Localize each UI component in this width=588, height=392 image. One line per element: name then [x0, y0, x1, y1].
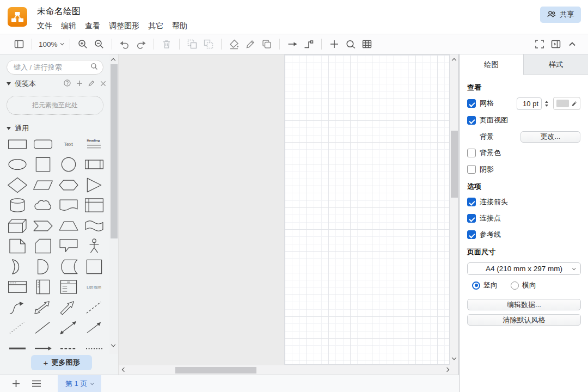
shape-internal-storage[interactable]: [81, 195, 107, 216]
change-background-button[interactable]: 更改...: [520, 131, 580, 143]
shape-process[interactable]: [81, 155, 107, 175]
shape-trapezoid[interactable]: [56, 216, 81, 236]
shape-note[interactable]: [4, 236, 30, 257]
menu-view[interactable]: 查看: [85, 21, 100, 31]
drawio-logo-icon[interactable]: [8, 7, 27, 27]
grid-size-stepper[interactable]: [543, 101, 550, 107]
shape-bidirectional-arrow[interactable]: [30, 297, 56, 318]
tab-style[interactable]: 样式: [524, 54, 588, 75]
shape-dotted-link[interactable]: [81, 338, 107, 353]
menu-arrange[interactable]: 调整图形: [109, 21, 139, 31]
pages-menu-button[interactable]: [28, 375, 45, 392]
shape-heading[interactable]: Heading: [81, 134, 107, 155]
shape-arrow[interactable]: [56, 297, 81, 318]
zoom-level-dropdown[interactable]: 100%: [36, 40, 65, 48]
fill-color-button[interactable]: [226, 36, 242, 52]
drawing-page[interactable]: [284, 54, 450, 365]
shape-horizontal-container[interactable]: [4, 277, 30, 298]
line-color-button[interactable]: [242, 36, 259, 52]
vertical-scrollbar-thumb[interactable]: [451, 131, 458, 198]
shape-list-item[interactable]: List Item: [81, 277, 107, 298]
undo-button[interactable]: [117, 36, 133, 52]
zoom-in-button[interactable]: [75, 36, 91, 52]
fullscreen-button[interactable]: [531, 36, 548, 52]
scroll-right-icon[interactable]: [445, 367, 449, 372]
connection-button[interactable]: [284, 36, 301, 52]
waypoints-button[interactable]: [301, 36, 317, 52]
collapse-caret-icon[interactable]: [7, 127, 11, 130]
shape-vertical-container[interactable]: [30, 277, 56, 298]
freehand-shape-button[interactable]: [342, 36, 359, 52]
shape-data-storage[interactable]: [56, 256, 81, 277]
grid-size-input[interactable]: [517, 97, 542, 110]
shape-square[interactable]: [30, 155, 56, 175]
toggle-shapes-panel-button[interactable]: [11, 36, 27, 52]
landscape-radio[interactable]: [511, 281, 519, 290]
shape-circle[interactable]: [56, 155, 81, 175]
stepper-up-icon[interactable]: [545, 101, 548, 103]
shape-card[interactable]: [30, 236, 56, 257]
menu-file[interactable]: 文件: [37, 21, 52, 31]
share-button[interactable]: 共享: [540, 7, 581, 23]
edit-data-button[interactable]: 编辑数据...: [467, 299, 581, 310]
scratchpad-edit-icon[interactable]: [88, 80, 95, 88]
background-color-checkbox[interactable]: [467, 149, 476, 157]
delete-button[interactable]: [158, 36, 175, 52]
scratchpad-close-icon[interactable]: [100, 80, 106, 88]
shape-actor[interactable]: [81, 236, 107, 257]
shape-and[interactable]: [30, 256, 56, 277]
to-front-button[interactable]: [184, 36, 200, 52]
page-view-checkbox[interactable]: [467, 116, 476, 125]
page-size-select[interactable]: A4 (210 mm x 297 mm): [467, 262, 581, 275]
shape-rectangle[interactable]: [4, 134, 30, 155]
stepper-down-icon[interactable]: [545, 105, 548, 107]
more-shapes-button[interactable]: + 更多图形: [31, 355, 92, 370]
document-title[interactable]: 未命名绘图: [37, 6, 81, 17]
scroll-up-icon[interactable]: [111, 58, 115, 63]
connection-arrows-checkbox[interactable]: [467, 198, 476, 206]
tab-diagram[interactable]: 绘图: [460, 54, 524, 75]
sidebar-scrollbar[interactable]: [109, 54, 118, 354]
scroll-down-icon[interactable]: [111, 342, 115, 347]
shape-rounded-rectangle[interactable]: [30, 134, 56, 155]
shape-line[interactable]: [30, 318, 56, 339]
clear-default-style-button[interactable]: 清除默认风格: [467, 314, 581, 326]
canvas-horizontal-scrollbar[interactable]: [119, 365, 458, 375]
grid-checkbox[interactable]: [467, 99, 476, 108]
shape-hexagon[interactable]: [56, 175, 81, 195]
shape-cloud[interactable]: [30, 195, 56, 216]
shape-bidirectional-connector[interactable]: [56, 318, 81, 339]
menu-edit[interactable]: 编辑: [61, 21, 76, 31]
shape-list[interactable]: [56, 277, 81, 298]
shape-ellipse[interactable]: [4, 155, 30, 175]
shape-cube[interactable]: [4, 216, 30, 236]
to-back-button[interactable]: [200, 36, 217, 52]
shape-document[interactable]: [56, 195, 81, 216]
shape-tape[interactable]: [81, 216, 107, 236]
shape-triangle[interactable]: [81, 175, 107, 195]
shape-dashed-line[interactable]: [81, 297, 107, 318]
scroll-down-icon[interactable]: [451, 356, 456, 360]
sidebar-scrollbar-thumb[interactable]: [111, 64, 118, 238]
shadow-checkbox[interactable]: [467, 165, 476, 174]
shape-container[interactable]: [81, 256, 107, 277]
shape-parallelogram[interactable]: [30, 175, 56, 195]
shape-link[interactable]: [4, 338, 30, 353]
shape-text[interactable]: Text: [56, 134, 81, 155]
zoom-out-button[interactable]: [91, 36, 107, 52]
shape-search-input[interactable]: [14, 63, 90, 71]
shape-dotted-line[interactable]: [4, 318, 30, 339]
page-tab-1[interactable]: 第 1 页: [58, 375, 101, 392]
shape-cylinder[interactable]: [4, 195, 30, 216]
connection-points-checkbox[interactable]: [467, 214, 476, 223]
menu-extras[interactable]: 其它: [148, 21, 163, 31]
shape-directional-connector[interactable]: [81, 318, 107, 339]
menu-help[interactable]: 帮助: [172, 21, 187, 31]
shape-diamond[interactable]: [4, 175, 30, 195]
format-panel-toggle-button[interactable]: [548, 36, 564, 52]
table-button[interactable]: [359, 36, 375, 52]
scratchpad-dropzone[interactable]: 把元素拖至此处: [7, 96, 103, 115]
grid-color-button[interactable]: [553, 97, 580, 110]
guides-checkbox[interactable]: [467, 230, 476, 239]
scratchpad-help-icon[interactable]: [64, 79, 71, 88]
